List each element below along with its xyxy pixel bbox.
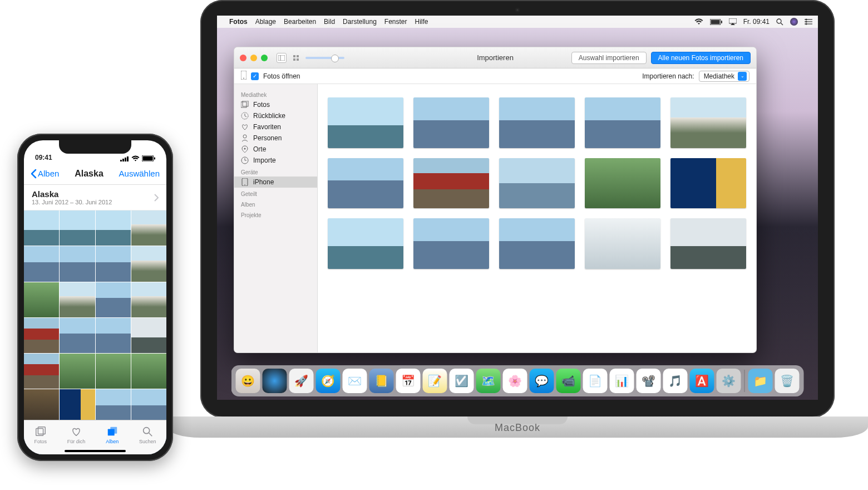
dock-safari[interactable]: 🧭 [316,369,341,393]
import-thumbnail[interactable] [499,218,575,269]
battery-icon[interactable] [710,19,722,25]
menubar-clock[interactable]: Fr. 09:41 [743,18,770,26]
import-thumbnail[interactable] [585,97,660,148]
import-all-button[interactable]: Alle neuen Fotos importieren [651,52,751,64]
import-thumbnail[interactable] [585,218,660,269]
dock-finder[interactable]: 😀 [236,369,260,393]
photo-grid-cell[interactable] [24,318,59,353]
import-thumbnail[interactable] [328,218,403,269]
import-thumbnail[interactable] [328,97,403,148]
import-thumbnail[interactable] [328,158,403,209]
import-thumbnail[interactable] [499,158,575,209]
wifi-icon[interactable] [694,18,703,25]
photo-grid-cell[interactable] [24,210,59,246]
photo-grid-cell[interactable] [24,282,59,317]
sidebar-section-albums[interactable]: Alben [234,198,317,209]
dock-keynote[interactable]: 📽️ [637,369,661,393]
menubar-item-bearbeiten[interactable]: Bearbeiten [284,18,316,26]
photo-grid-cell[interactable] [60,282,95,317]
dock-calendar[interactable]: 📅 [396,369,421,393]
menubar-item-hilfe[interactable]: Hilfe [415,18,428,26]
album-header[interactable]: Alaska 13. Juni 2012 – 30. Juni 2012 [24,185,166,210]
sidebar-item-iphone[interactable]: iPhone [234,177,317,188]
sidebar-toggle-button[interactable] [277,53,287,63]
photo-grid-cell[interactable] [60,318,95,353]
siri-icon[interactable] [790,18,798,26]
import-thumbnail[interactable] [670,218,746,269]
notification-center-icon[interactable] [805,18,812,25]
dock-launchpad[interactable]: 🚀 [289,369,314,393]
nav-back-button[interactable]: Alben [31,169,59,179]
tab-fotos[interactable]: Fotos [34,425,47,444]
import-content[interactable] [318,84,756,352]
sidebar-item-fotos[interactable]: Fotos [234,99,317,110]
dock-contacts[interactable]: 📒 [369,369,394,393]
photo-grid-cell[interactable] [96,318,131,353]
photo-grid-cell[interactable] [131,246,166,281]
dock-reminders[interactable]: ☑️ [450,369,474,393]
photo-grid-cell[interactable] [131,282,166,317]
minimize-window-button[interactable] [250,55,257,61]
dock-downloads[interactable]: 📁 [748,369,773,393]
photo-grid-cell[interactable] [60,246,95,281]
photo-grid-cell[interactable] [24,389,59,424]
nav-select-button[interactable]: Auswählen [119,169,160,178]
iphone-photo-grid[interactable] [24,210,166,454]
photo-grid-cell[interactable] [96,389,131,424]
photo-grid-cell[interactable] [60,389,95,424]
menubar-item-fenster[interactable]: Fenster [384,18,407,26]
menubar-item-ablage[interactable]: Ablage [255,18,276,26]
sidebar-item-favoriten[interactable]: Favoriten [234,121,317,133]
photo-grid-cell[interactable] [24,354,59,389]
photo-grid-cell[interactable] [60,354,95,389]
dock-trash[interactable]: 🗑️ [775,369,800,393]
photo-grid-cell[interactable] [96,282,131,317]
dock-messages[interactable]: 💬 [530,369,554,393]
dock-siri[interactable] [263,369,287,393]
import-thumbnail[interactable] [413,158,489,209]
mac-dock[interactable]: 😀 🚀 🧭 ✉️ 📒 📅 📝 ☑️ 🗺️ 🌸 💬 📹 📄 📊 📽️ 🎵 🅰️ ⚙… [231,365,804,396]
menubar-item-darstellung[interactable]: Darstellung [343,18,377,26]
photo-grid-cell[interactable] [96,246,131,281]
photo-grid-cell[interactable] [60,210,95,246]
zoom-window-button[interactable] [261,55,268,61]
sidebar-section-projects[interactable]: Projekte [234,209,317,219]
import-thumbnail[interactable] [670,97,746,148]
menubar-item-bild[interactable]: Bild [324,18,335,26]
photo-grid-cell[interactable] [131,389,166,424]
import-selected-button[interactable]: Auswahl importieren [571,52,647,64]
dock-facetime[interactable]: 📹 [556,369,581,393]
sidebar-item-importe[interactable]: Importe [234,155,317,166]
sidebar-item-orte[interactable]: Orte [234,144,317,155]
photo-grid-cell[interactable] [96,210,131,246]
photo-grid-cell[interactable] [131,210,166,246]
tab-alben[interactable]: Alben [106,425,119,444]
mac-menubar[interactable]: Fotos Ablage Bearbeiten Bild Darstellung… [217,16,818,28]
sidebar-item-personen[interactable]: Personen [234,133,317,144]
import-thumbnail[interactable] [670,158,746,209]
tab-fuer-dich[interactable]: Für dich [67,425,86,444]
import-thumbnail[interactable] [499,97,575,148]
dock-notes[interactable]: 📝 [423,369,447,393]
dock-itunes[interactable]: 🎵 [663,369,688,393]
home-indicator[interactable] [65,450,126,452]
dock-settings[interactable]: ⚙️ [717,369,741,393]
dock-maps[interactable]: 🗺️ [476,369,501,393]
open-photos-checkbox[interactable]: ✓ [251,72,259,80]
airplay-icon[interactable] [729,18,737,25]
thumbnail-size-slider[interactable] [305,57,344,59]
window-titlebar[interactable]: Importieren Auswahl importieren Alle neu… [234,47,756,68]
import-thumbnail[interactable] [585,158,660,209]
spotlight-icon[interactable] [776,18,783,26]
photo-grid-cell[interactable] [131,318,166,353]
tab-suchen[interactable]: Suchen [139,425,156,444]
sidebar-item-rueckblicke[interactable]: Rückblicke [234,110,317,121]
photo-grid-cell[interactable] [24,246,59,281]
dock-numbers[interactable]: 📊 [610,369,634,393]
dock-photos[interactable]: 🌸 [503,369,527,393]
dock-appstore[interactable]: 🅰️ [690,369,714,393]
photo-grid-cell[interactable] [96,354,131,389]
import-destination-select[interactable]: Mediathek ⌄ [699,71,749,82]
menubar-app-name[interactable]: Fotos [229,18,248,26]
close-window-button[interactable] [240,55,246,61]
